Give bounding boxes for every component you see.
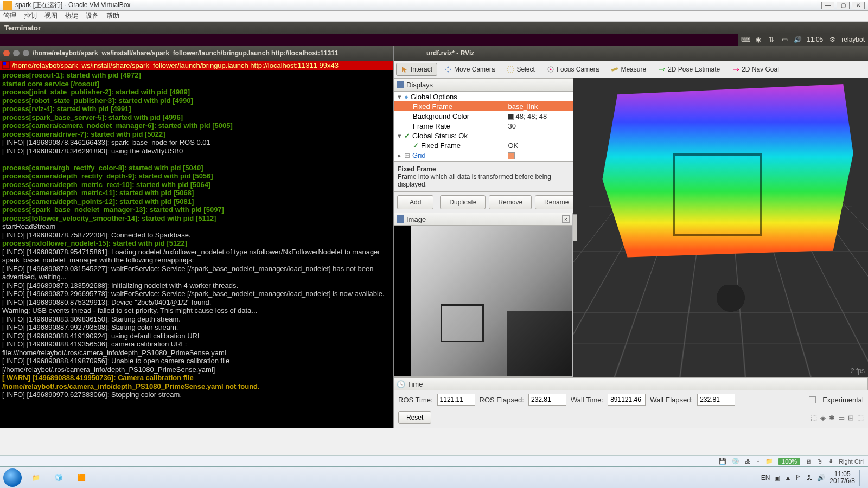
interact-icon bbox=[401, 66, 409, 73]
tray-chevron-icon[interactable]: ▲ bbox=[784, 474, 791, 481]
terminal-output[interactable]: process[rosout-1]: started with pid [497… bbox=[0, 70, 393, 428]
status-shared-icon[interactable]: 📁 bbox=[765, 458, 773, 465]
rviz-titlebar[interactable]: urdf.rviz* - RViz bbox=[394, 46, 868, 61]
status-icon[interactable]: ⬚ bbox=[810, 414, 817, 422]
status-mouse-icon[interactable]: 🖱 bbox=[817, 458, 823, 465]
terminator-titlebar[interactable]: Terminator bbox=[0, 22, 868, 34]
start-button[interactable] bbox=[3, 468, 22, 487]
nav-icon bbox=[732, 66, 739, 73]
network-icon[interactable]: ⇅ bbox=[768, 36, 775, 43]
vbox-menu-devices[interactable]: 设备 bbox=[86, 11, 99, 21]
tool-2d-pose-estimate[interactable]: 2D Pose Estimate bbox=[653, 63, 725, 76]
tree-fixed-frame-status[interactable]: ✓Fixed FrameOK bbox=[394, 140, 573, 150]
status-display-icon[interactable]: 🖥 bbox=[806, 458, 812, 465]
tree-fixed-frame[interactable]: Fixed Framebase_link bbox=[394, 101, 573, 111]
terminal-minimize-icon[interactable] bbox=[13, 50, 20, 56]
vbox-maximize-button[interactable]: ▢ bbox=[837, 2, 850, 9]
tool-measure[interactable]: Measure bbox=[606, 63, 651, 76]
system-tray: EN ▣ ▲ 🏳 🖧 🔊 11:05 2017/6/8 bbox=[761, 470, 865, 486]
taskbar-vbox-icon[interactable]: 🧊 bbox=[48, 470, 69, 486]
duplicate-button[interactable]: Duplicate bbox=[440, 195, 486, 209]
robot-model-visual bbox=[714, 285, 747, 317]
terminal-close-icon[interactable] bbox=[3, 50, 10, 56]
terminal-maximize-icon[interactable] bbox=[23, 50, 29, 56]
tray-flag-icon[interactable]: ▣ bbox=[774, 474, 780, 481]
terminal-tab[interactable]: /home/relaybot/spark_ws/install/share/sp… bbox=[0, 61, 393, 70]
add-button[interactable]: Add bbox=[397, 195, 433, 209]
vbox-menu-manage[interactable]: 管理 bbox=[3, 11, 16, 21]
tree-background-color[interactable]: Background Color48; 48; 48 bbox=[394, 111, 573, 121]
displays-panel-header[interactable]: Displays × bbox=[394, 78, 581, 91]
ros-time-label: ROS Time: bbox=[398, 396, 433, 404]
desc-body: Frame into which all data is transformed… bbox=[398, 173, 577, 188]
rviz-minimize-icon[interactable] bbox=[407, 50, 413, 56]
tray-clock[interactable]: 11:05 2017/6/8 bbox=[829, 471, 855, 485]
focus-icon bbox=[547, 66, 554, 73]
vbox-minimize-button[interactable]: — bbox=[821, 2, 834, 9]
tree-global-options[interactable]: ▾●Global Options bbox=[394, 92, 573, 101]
property-description: Fixed Frame Frame into which all data is… bbox=[394, 162, 581, 192]
vbox-close-button[interactable]: ✕ bbox=[852, 2, 865, 9]
tray-network-icon[interactable]: 🖧 bbox=[806, 474, 813, 481]
terminal-window-titlebar[interactable]: /home/relaybot/spark_ws/install/share/sp… bbox=[0, 46, 393, 61]
depth-image-view[interactable] bbox=[394, 226, 572, 377]
keyboard-icon[interactable]: ⌨ bbox=[742, 36, 749, 43]
volume-icon[interactable]: 🔊 bbox=[794, 36, 801, 43]
desc-title: Fixed Frame bbox=[398, 165, 577, 173]
rviz-3d-view[interactable]: 2 fps bbox=[573, 78, 868, 377]
tree-grid[interactable]: ▸⊞Grid bbox=[394, 150, 573, 160]
tool-interact[interactable]: Interact bbox=[396, 63, 437, 76]
status-icon[interactable]: ⊞ bbox=[848, 414, 854, 422]
ros-time-input[interactable] bbox=[437, 394, 475, 406]
vbox-menu-view[interactable]: 视图 bbox=[44, 11, 58, 21]
wall-elapsed-input[interactable] bbox=[697, 394, 735, 406]
terminal-title: /home/relaybot/spark_ws/install/share/sp… bbox=[33, 49, 338, 57]
time-panel-header[interactable]: 🕓 Time bbox=[394, 377, 868, 390]
status-disk-icon[interactable]: 💾 bbox=[719, 458, 726, 465]
vbox-menu-help[interactable]: 帮助 bbox=[106, 11, 119, 21]
tool-select[interactable]: Select bbox=[502, 63, 539, 76]
tree-frame-rate[interactable]: Frame Rate30 bbox=[394, 121, 573, 131]
rename-button[interactable]: Rename bbox=[535, 195, 578, 209]
tool-2d-nav-goal[interactable]: 2D Nav Goal bbox=[727, 63, 784, 76]
reset-button[interactable]: Reset bbox=[398, 411, 431, 424]
status-icon[interactable]: ◈ bbox=[820, 414, 826, 422]
terminal-tab-label: /home/relaybot/spark_ws/install/share/sp… bbox=[12, 61, 339, 69]
rviz-maximize-icon[interactable] bbox=[417, 50, 423, 56]
tool-move-camera[interactable]: Move Camera bbox=[439, 63, 500, 76]
displays-buttons: Add Duplicate Remove Rename bbox=[394, 192, 581, 213]
taskbar-explorer-icon[interactable]: 📁 bbox=[25, 470, 47, 486]
status-usb-icon[interactable]: ⑂ bbox=[756, 458, 760, 465]
wall-time-input[interactable] bbox=[608, 394, 646, 406]
status-icon[interactable]: ▭ bbox=[838, 414, 845, 422]
tray-volume-icon[interactable]: 🔊 bbox=[817, 474, 825, 481]
status-icon[interactable]: ⬚ bbox=[857, 414, 864, 422]
time-icon: 🕓 bbox=[397, 380, 405, 388]
status-zoom[interactable]: 100% bbox=[778, 458, 800, 465]
tool-focus-camera[interactable]: Focus Camera bbox=[542, 63, 604, 76]
vbox-menu-control[interactable]: 控制 bbox=[24, 11, 37, 21]
experimental-checkbox[interactable] bbox=[809, 396, 816, 403]
rviz-close-icon[interactable] bbox=[397, 50, 404, 56]
status-capture-icon[interactable]: ⬇ bbox=[828, 458, 833, 465]
image-panel-header[interactable]: Image × bbox=[394, 213, 572, 226]
panel-user[interactable]: relaybot bbox=[841, 36, 865, 43]
status-icon[interactable]: ✱ bbox=[829, 414, 835, 422]
image-panel-close-icon[interactable]: × bbox=[562, 215, 570, 223]
tray-action-icon[interactable]: 🏳 bbox=[795, 474, 802, 481]
status-cd-icon[interactable]: 💿 bbox=[732, 458, 739, 465]
ros-elapsed-input[interactable] bbox=[528, 394, 566, 406]
tray-lang[interactable]: EN bbox=[761, 474, 770, 481]
panel-time[interactable]: 11:05 bbox=[807, 36, 823, 43]
battery-icon[interactable]: ▭ bbox=[781, 36, 788, 43]
show-desktop-button[interactable] bbox=[859, 470, 865, 486]
ubuntu-logo-icon[interactable]: ◉ bbox=[755, 36, 762, 43]
tree-global-status[interactable]: ▾✓Global Status: Ok bbox=[394, 131, 573, 140]
grid-checkbox[interactable] bbox=[508, 152, 515, 159]
status-net-icon[interactable]: 🖧 bbox=[745, 458, 751, 465]
vbox-menu-hotkeys[interactable]: 热键 bbox=[65, 11, 78, 21]
taskbar-app-icon[interactable]: 🟧 bbox=[71, 470, 92, 486]
wall-elapsed-label: Wall Elapsed: bbox=[650, 396, 693, 404]
gear-icon[interactable]: ⚙ bbox=[828, 36, 836, 43]
remove-button[interactable]: Remove bbox=[489, 195, 532, 209]
